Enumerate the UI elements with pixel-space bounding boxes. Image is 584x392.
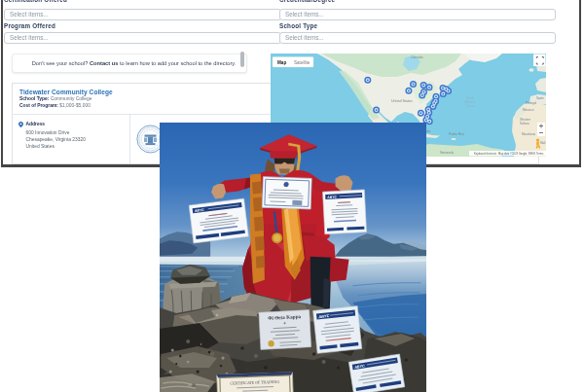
svg-text:Mali: Mali xyxy=(540,141,546,145)
svg-text:ABYC: ABYC xyxy=(317,313,330,319)
svg-text:Spain: Spain xyxy=(536,96,544,100)
svg-text:Puerto Rico: Puerto Rico xyxy=(449,132,464,136)
svg-text:Morocco: Morocco xyxy=(523,108,534,112)
svg-text:United States: United States xyxy=(391,99,413,103)
svg-text:Venezuela: Venezuela xyxy=(440,151,454,155)
svg-text:Map data ©2023 Google, INEGI: Map data ©2023 Google, INEGI xyxy=(498,152,535,156)
svg-text:❖: ❖ xyxy=(282,321,285,325)
svg-text:Φi Θeta Kappa: Φi Θeta Kappa xyxy=(268,313,302,321)
svg-text:Keyboard shortcuts: Keyboard shortcuts xyxy=(474,152,497,156)
svg-text:Portugal: Portugal xyxy=(526,101,537,105)
svg-text:Ocean: Ocean xyxy=(465,104,475,108)
svg-text:Map: Map xyxy=(277,60,286,65)
svg-text:ABYC: ABYC xyxy=(193,207,204,212)
svg-text:Mauritania: Mauritania xyxy=(522,132,535,136)
svg-text:Sahara: Sahara xyxy=(520,122,529,125)
svg-text:Satellite: Satellite xyxy=(294,60,310,65)
svg-text:ABYC: ABYC xyxy=(326,195,337,199)
svg-text:Terms: Terms xyxy=(536,152,544,156)
svg-text:Canada: Canada xyxy=(411,55,423,59)
